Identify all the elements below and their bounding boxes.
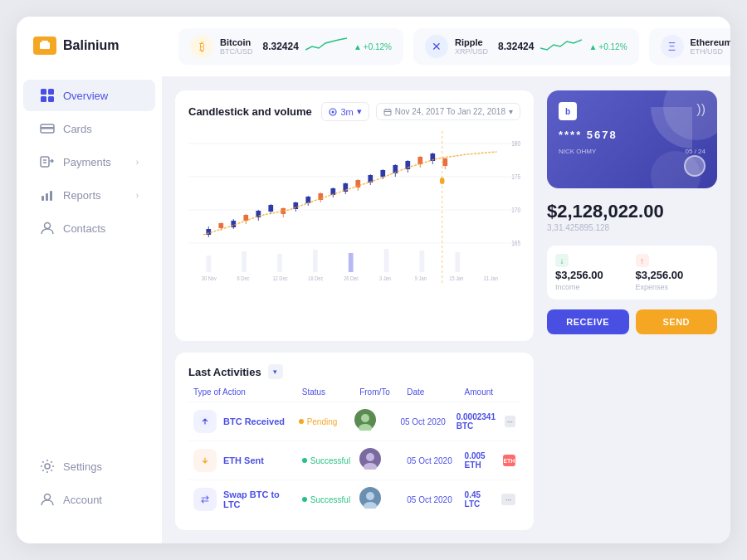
- chart-controls: 3m ▾ Nov 24, 2017 To Jan 22, 2018 ▾: [321, 102, 520, 121]
- activities-header: Last Activities ▾: [188, 364, 520, 379]
- sidebar-item-contacts[interactable]: Contacts: [23, 212, 155, 244]
- fromto-0: [354, 409, 393, 434]
- xrp-name: Ripple: [455, 37, 488, 47]
- ticker-ripple: ✕ Ripple XRP/USD 8.32424 ▲ +0.12%: [413, 28, 639, 65]
- swap-icon: [193, 488, 217, 511]
- status-text-2: Successful: [310, 495, 350, 504]
- svg-rect-71: [380, 170, 385, 177]
- sidebar: Balinium Overview Cards: [17, 17, 162, 543]
- svg-text:30 Nov: 30 Nov: [202, 275, 217, 281]
- timeframe-select[interactable]: 3m ▾: [321, 102, 369, 121]
- svg-text:165: 165: [511, 239, 520, 247]
- receive-button[interactable]: RECEIVE: [547, 309, 629, 334]
- table-row[interactable]: Swap BTC to LTC Successful: [188, 480, 520, 519]
- amount-text-2: 0.45 LTC: [465, 490, 496, 509]
- sidebar-item-payments[interactable]: Payments ›: [23, 146, 155, 178]
- nav-menu: Overview Cards Payments ›: [17, 78, 162, 449]
- table-row[interactable]: ETH Sent Successful: [188, 441, 520, 480]
- xrp-icon: ✕: [425, 35, 448, 58]
- svg-rect-3: [48, 89, 54, 95]
- xrp-sub: XRP/USD: [455, 47, 488, 56]
- svg-text:6 Dec: 6 Dec: [237, 275, 250, 281]
- svg-rect-41: [455, 252, 460, 272]
- activity-type-1: ETH Sent: [193, 449, 295, 472]
- contactless-icon: )): [696, 102, 706, 117]
- svg-rect-11: [42, 196, 44, 201]
- svg-point-103: [366, 492, 374, 500]
- chart-area: 180 175 170 165: [188, 131, 520, 285]
- col-date: Date: [407, 387, 457, 397]
- svg-text:26 Dec: 26 Dec: [344, 275, 359, 281]
- svg-rect-12: [46, 193, 48, 201]
- ticker-ethereum: Ξ Ethereum ETH/USD 8.32424 ▲ +0.12%: [649, 28, 730, 65]
- content-area: Candlestick and volume 3m ▾ Nov 24, 2017…: [162, 77, 730, 543]
- sidebar-label-settings: Settings: [63, 460, 102, 473]
- sidebar-item-settings[interactable]: Settings: [23, 450, 155, 482]
- btc-icon: ₿: [190, 35, 213, 58]
- xrp-change: ▲ +0.12%: [588, 42, 627, 51]
- date-range-text: Nov 24, 2017 To Jan 22, 2018: [395, 107, 505, 116]
- action-buttons: RECEIVE SEND: [547, 309, 717, 334]
- eth-sub: ETH/USD: [691, 47, 730, 56]
- income-arrow-icon: ↓: [555, 254, 569, 267]
- svg-point-81: [440, 178, 445, 184]
- svg-rect-39: [384, 249, 389, 272]
- status-dot-0: [299, 419, 304, 424]
- amount-text-1: 0.005 ETH: [465, 451, 498, 470]
- amount-text-0: 0.0002341 BTC: [456, 412, 500, 431]
- activity-name-2: Swap BTC to LTC: [223, 489, 295, 509]
- sidebar-label-payments: Payments: [63, 156, 111, 168]
- filter-button[interactable]: ▾: [268, 364, 283, 379]
- btc-change: ▲ +0.12%: [354, 42, 392, 51]
- ticker-bitcoin: ₿ Bitcoin BTC/USD 8.32424 ▲ +0.12%: [178, 28, 403, 65]
- expense-arrow-icon: ↑: [636, 254, 649, 267]
- svg-text:175: 175: [511, 173, 520, 181]
- btc-sub: BTC/USD: [220, 47, 253, 56]
- chart-card: Candlestick and volume 3m ▾ Nov 24, 2017…: [175, 90, 534, 341]
- svg-rect-7: [41, 127, 54, 129]
- date-0: 05 Oct 2020: [400, 417, 449, 426]
- main-content: ₿ Bitcoin BTC/USD 8.32424 ▲ +0.12% ✕: [162, 17, 730, 543]
- svg-rect-36: [277, 254, 282, 272]
- sidebar-item-account[interactable]: Account: [23, 484, 155, 515]
- card-holder-name: NICK OHMY: [559, 148, 596, 155]
- sidebar-label-contacts: Contacts: [63, 222, 105, 235]
- col-fromto: From/To: [359, 387, 400, 397]
- credit-card: b )) **** 5678 NICK OHMY 05 / 24: [547, 90, 717, 188]
- chart-title: Candlestick and volume: [188, 105, 312, 118]
- date-2: 05 Oct 2020: [407, 495, 457, 504]
- header: ₿ Bitcoin BTC/USD 8.32424 ▲ +0.12% ✕: [162, 17, 730, 77]
- status-2: Successful: [302, 495, 353, 504]
- svg-rect-35: [242, 251, 247, 272]
- sidebar-item-overview[interactable]: Overview: [23, 80, 155, 111]
- svg-point-95: [361, 414, 369, 422]
- svg-rect-37: [313, 250, 318, 272]
- col-type: Type of Action: [193, 387, 295, 397]
- status-text-1: Successful: [310, 456, 350, 465]
- svg-point-14: [45, 223, 51, 229]
- amount-badge-2: ···: [501, 494, 515, 505]
- col-status: Status: [302, 387, 353, 397]
- svg-text:3 Jan: 3 Jan: [379, 275, 391, 281]
- sidebar-label-account: Account: [63, 494, 102, 506]
- expense-value: $3,256.00: [636, 269, 710, 281]
- activities-card: Last Activities ▾ Type of Action Status …: [175, 353, 534, 530]
- card-brand-logo: b: [559, 102, 577, 120]
- expense-label: Expenses: [636, 283, 710, 291]
- activity-type-0: BTC Received: [193, 410, 292, 433]
- svg-rect-8: [41, 157, 49, 167]
- send-button[interactable]: SEND: [636, 309, 718, 334]
- svg-rect-4: [41, 96, 46, 102]
- svg-rect-101: [200, 494, 210, 504]
- logo-icon: [33, 37, 56, 55]
- svg-rect-38: [349, 253, 354, 272]
- svg-text:15 Jan: 15 Jan: [449, 275, 463, 281]
- svg-text:9 Jan: 9 Jan: [415, 275, 427, 281]
- date-range-picker[interactable]: Nov 24, 2017 To Jan 22, 2018 ▾: [376, 103, 520, 120]
- sidebar-item-cards[interactable]: Cards: [23, 113, 155, 144]
- sidebar-item-reports[interactable]: Reports ›: [23, 179, 155, 211]
- svg-point-15: [45, 464, 50, 469]
- activities-title: Last Activities: [188, 366, 261, 378]
- svg-rect-83: [442, 158, 447, 166]
- table-row[interactable]: BTC Received Pending: [188, 402, 520, 441]
